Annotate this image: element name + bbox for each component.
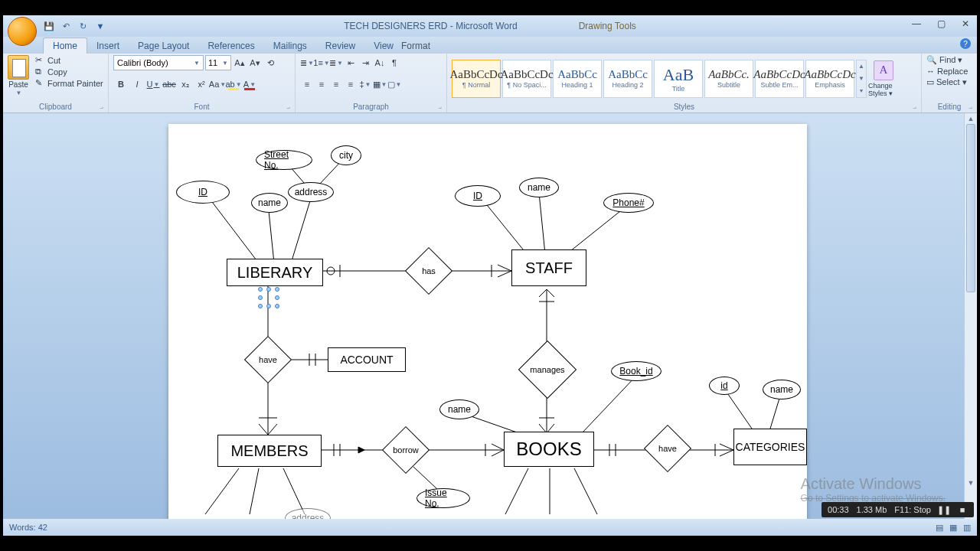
multilevel-button[interactable]: ≣▼: [329, 55, 343, 70]
sort-button[interactable]: A↓: [373, 55, 387, 70]
scroll-thumb[interactable]: [966, 124, 975, 292]
rel-manages[interactable]: manages: [521, 343, 574, 396]
line-spacing-button[interactable]: ‡▼: [358, 77, 372, 92]
borders-button[interactable]: ▢▼: [387, 77, 401, 92]
style-tile-5[interactable]: AaBbCc.Subtitle: [704, 60, 753, 98]
font-name-select[interactable]: Calibri (Body)▼: [113, 55, 204, 70]
office-button[interactable]: [8, 17, 37, 46]
scroll-down-icon[interactable]: ▼: [965, 478, 977, 488]
subscript-button[interactable]: x₂: [178, 77, 193, 92]
entity-members[interactable]: MEMBERS: [217, 435, 322, 467]
format-painter-button[interactable]: ✎Format Painter: [35, 78, 103, 88]
show-marks-button[interactable]: ¶: [387, 55, 401, 70]
bold-button[interactable]: B: [113, 77, 129, 92]
document-page[interactable]: LIBERARY STAFF ACCOUNT MEMBERS BOOKS CAT…: [168, 124, 807, 519]
paste-button[interactable]: Paste ▼: [8, 55, 29, 96]
svg-line-5: [481, 197, 527, 254]
minimize-button[interactable]: —: [910, 18, 923, 29]
attr-id2[interactable]: ID: [455, 185, 501, 207]
qat-dropdown-icon[interactable]: ▼: [94, 20, 106, 32]
entity-books[interactable]: BOOKS: [504, 432, 594, 467]
attr-address[interactable]: address: [288, 182, 334, 202]
shrink-font-button[interactable]: A▾: [248, 55, 262, 70]
shading-button[interactable]: ▦▼: [373, 77, 387, 92]
rel-have[interactable]: have: [245, 337, 291, 383]
scroll-up-icon[interactable]: ▲: [965, 113, 977, 124]
attr-issue-no[interactable]: Issue No.: [416, 488, 470, 508]
clear-formatting-button[interactable]: ⟲: [263, 55, 277, 70]
maximize-button[interactable]: ▢: [934, 18, 948, 29]
entity-categories[interactable]: CATEGORIES: [733, 429, 807, 465]
tab-insert[interactable]: Insert: [87, 38, 129, 54]
document-scroll[interactable]: LIBERARY STAFF ACCOUNT MEMBERS BOOKS CAT…: [3, 113, 964, 519]
tab-page-layout[interactable]: Page Layout: [129, 38, 198, 54]
style-tile-3[interactable]: AaBbCcHeading 2: [603, 60, 652, 98]
font-color-button[interactable]: A▼: [242, 77, 257, 92]
font-size-select[interactable]: 11▼: [205, 55, 231, 70]
underline-button[interactable]: U▼: [145, 77, 161, 92]
find-button[interactable]: 🔍Find ▾: [926, 55, 962, 65]
attr-id[interactable]: ID: [176, 181, 230, 204]
help-button[interactable]: ?: [960, 38, 971, 49]
italic-button[interactable]: I: [129, 77, 145, 92]
view-print-layout-icon[interactable]: ▤: [936, 523, 943, 533]
paste-dropdown-icon[interactable]: ▼: [16, 90, 22, 96]
style-tile-4[interactable]: AaBTitle: [654, 60, 703, 98]
bullets-button[interactable]: ≣▼: [300, 55, 314, 70]
tab-format[interactable]: Format: [390, 38, 441, 54]
attr-city[interactable]: city: [331, 145, 361, 165]
attr-name4[interactable]: name: [763, 380, 801, 399]
superscript-button[interactable]: x²: [194, 77, 209, 92]
copy-button[interactable]: ⧉Copy: [35, 67, 103, 77]
align-left-button[interactable]: ≡: [300, 77, 314, 92]
tab-references[interactable]: References: [198, 38, 263, 54]
align-right-button[interactable]: ≡: [329, 77, 343, 92]
entity-liberary[interactable]: LIBERARY: [227, 259, 323, 286]
highlight-button[interactable]: ab▼: [226, 77, 241, 92]
justify-button[interactable]: ≡: [344, 77, 358, 92]
attr-name3[interactable]: name: [439, 399, 479, 419]
view-full-screen-icon[interactable]: ▦: [949, 523, 957, 533]
numbering-button[interactable]: 1≡▼: [315, 55, 328, 70]
entity-account[interactable]: ACCOUNT: [328, 347, 406, 372]
undo-icon[interactable]: ↶: [60, 20, 72, 32]
change-styles-button[interactable]: Change Styles ▾: [868, 60, 899, 97]
close-button[interactable]: ✕: [959, 18, 972, 29]
attr-name2[interactable]: name: [519, 178, 559, 197]
select-button[interactable]: ▭Select ▾: [926, 77, 967, 87]
attr-street-no[interactable]: Street No.: [256, 150, 312, 170]
vertical-scrollbar[interactable]: ▲ ▼: [964, 113, 977, 519]
redo-icon[interactable]: ↻: [77, 20, 89, 32]
attr-id3[interactable]: id: [709, 377, 740, 395]
status-words[interactable]: Words: 42: [9, 523, 47, 532]
stop-button[interactable]: ■: [957, 504, 968, 515]
rel-has[interactable]: has: [406, 248, 452, 294]
tab-review[interactable]: Review: [316, 38, 364, 54]
attr-name[interactable]: name: [251, 193, 288, 213]
rel-have2[interactable]: have: [645, 425, 691, 471]
strikethrough-button[interactable]: abc: [162, 77, 177, 92]
cut-button[interactable]: ✂Cut: [35, 55, 103, 65]
rel-borrow[interactable]: borrow: [383, 427, 429, 473]
style-tile-2[interactable]: AaBbCcHeading 1: [553, 60, 602, 98]
style-tile-6[interactable]: AaBbCcDcSubtle Em...: [755, 60, 804, 98]
increase-indent-button[interactable]: ⇥: [358, 55, 372, 70]
replace-button[interactable]: ↔Replace: [926, 67, 968, 76]
pause-button[interactable]: ❚❚: [939, 504, 949, 515]
view-web-icon[interactable]: ▥: [963, 523, 971, 533]
tab-mailings[interactable]: Mailings: [264, 38, 316, 54]
decrease-indent-button[interactable]: ⇤: [344, 55, 358, 70]
entity-staff[interactable]: STAFF: [511, 249, 586, 286]
style-tile-7[interactable]: AaBbCcDcEmphasis: [805, 60, 854, 98]
align-center-button[interactable]: ≡: [315, 77, 328, 92]
styles-more-button[interactable]: ▲▼▾: [856, 60, 867, 98]
change-case-button[interactable]: Aa▼: [210, 77, 225, 92]
selection-handles[interactable]: [260, 289, 277, 306]
grow-font-button[interactable]: A▴: [233, 55, 247, 70]
style-tile-1[interactable]: AaBbCcDc¶ No Spaci...: [502, 60, 551, 98]
style-tile-0[interactable]: AaBbCcDc¶ Normal: [452, 60, 501, 98]
tab-home[interactable]: Home: [43, 37, 87, 54]
attr-book-id[interactable]: Book_id: [611, 361, 662, 381]
save-icon[interactable]: 💾: [43, 20, 55, 32]
attr-phone[interactable]: Phone#: [603, 193, 654, 213]
